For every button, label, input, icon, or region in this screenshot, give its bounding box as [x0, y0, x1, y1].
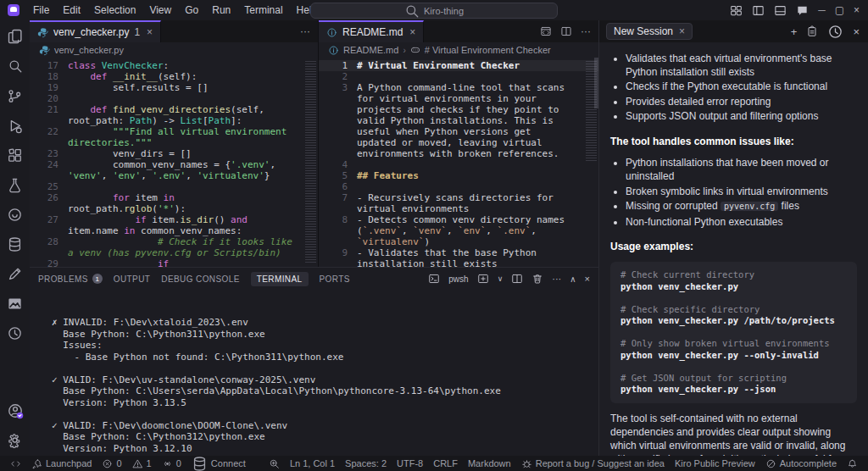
bullet-item: Supports JSON output and filtering optio… — [626, 109, 857, 123]
statusbar-label: 1 — [147, 458, 152, 468]
statusbar-item-launchpad[interactable]: Launchpad — [26, 456, 97, 471]
menu-edit[interactable]: Edit — [56, 0, 87, 20]
code-editor-python[interactable]: 17class VenvChecker:18 def __init__(self… — [30, 58, 318, 267]
extensions-icon[interactable] — [6, 146, 25, 164]
tab-new-session[interactable]: New Session × — [606, 23, 693, 40]
close-tab-icon[interactable]: × — [409, 26, 415, 38]
statusbar-item-connect[interactable]: Connect — [186, 456, 251, 471]
statusbar-item[interactable] — [5, 456, 26, 471]
scrollbar[interactable] — [594, 58, 598, 108]
code-line: 8- Detects common venv directory names (… — [319, 214, 598, 247]
chevron-down-icon[interactable]: ∨ — [498, 274, 504, 283]
menu-run[interactable]: Run — [205, 0, 237, 20]
code-editor-readme[interactable]: 1# Virtual Environment Checker23A Python… — [319, 58, 598, 267]
statusbar-item-autocomplete[interactable]: Autocomplete — [760, 456, 842, 471]
markdown-preview-icon[interactable] — [540, 25, 552, 37]
media-icon[interactable] — [6, 294, 25, 313]
run-debug-icon[interactable] — [6, 116, 25, 135]
more-actions-icon[interactable]: ··· — [581, 25, 591, 37]
trash-icon[interactable] — [531, 273, 543, 285]
source-control-icon[interactable] — [6, 86, 25, 105]
statusbar-label: Report a bug / Suggest an idea — [536, 458, 665, 468]
statusbar-item-ln-1-col-1[interactable]: Ln 1, Col 1 — [285, 456, 340, 471]
explorer-icon[interactable] — [6, 27, 25, 46]
terminal-line — [52, 408, 598, 420]
statusbar-item-markdown[interactable]: Markdown — [463, 456, 516, 471]
code-block-line: python venv_checker.py /path/to/projects — [620, 315, 847, 327]
account-icon[interactable] — [6, 402, 25, 420]
statusbar-item-0[interactable]: 0 — [157, 456, 186, 471]
editor-pane-readme: README.md × ··· README.md › # Virtual En… — [319, 20, 598, 267]
menu-go[interactable]: Go — [178, 0, 205, 20]
statusbar-item[interactable] — [842, 456, 863, 471]
tab-readme[interactable]: README.md × — [319, 20, 424, 42]
new-session-icon[interactable]: + — [791, 25, 798, 38]
code-line: 4 — [319, 159, 598, 170]
menu-terminal[interactable]: Terminal — [237, 0, 289, 20]
customize-layout-icon[interactable] — [730, 4, 743, 17]
chat-icon[interactable] — [6, 205, 25, 224]
code-line: 5## Features — [319, 170, 598, 181]
statusbar-item-report-a-bug-suggest-an-idea[interactable]: Report a bug / Suggest an idea — [516, 456, 670, 471]
statusbar-item-1[interactable]: 1 — [127, 456, 157, 471]
line-number: 7 — [319, 192, 357, 214]
statusbar-item[interactable] — [264, 456, 285, 471]
toggle-sidebar-icon[interactable] — [752, 4, 765, 17]
new-terminal-icon[interactable] — [477, 273, 489, 285]
maximize-button[interactable]: ▢ — [835, 4, 844, 16]
code-block[interactable]: # Check current directorypython venv_che… — [610, 262, 857, 403]
toggle-panel-icon[interactable] — [774, 4, 787, 17]
line-number: 1 — [319, 60, 357, 71]
terminal-line: ✓ VALID: F:\Dev\doomclone\DOOM-Clone\.ve… — [52, 420, 598, 432]
more-actions-icon[interactable]: ··· — [552, 274, 561, 284]
database-icon[interactable] — [6, 235, 25, 253]
maximize-panel-icon[interactable]: ∧ — [570, 274, 576, 284]
menu-view[interactable]: View — [142, 0, 178, 20]
close-panel-icon[interactable]: × — [585, 274, 590, 284]
panel-tab-debug-console[interactable]: DEBUG CONSOLE — [161, 274, 239, 284]
menu-file[interactable]: File — [26, 0, 56, 20]
split-editor-icon[interactable] — [560, 25, 572, 37]
zoom-in-icon — [269, 458, 280, 469]
history-icon[interactable] — [827, 24, 843, 40]
terminal-output[interactable]: ✗ INVALID: F:\Dev\xtaloid_2023\.env Base… — [30, 290, 598, 456]
chat-bubble-icon[interactable] — [796, 4, 809, 17]
statusbar-item-utf-8[interactable]: UTF-8 — [392, 456, 428, 471]
search-icon[interactable] — [6, 57, 25, 75]
close-tab-icon[interactable]: × — [147, 26, 153, 38]
menu-selection[interactable]: Selection — [87, 0, 142, 20]
settings-gear-icon[interactable] — [6, 430, 25, 449]
more-actions-icon[interactable]: ··· — [300, 25, 310, 37]
panel-tab-ports[interactable]: PORTS — [320, 274, 350, 284]
terminal-profile-label[interactable]: pwsh — [448, 274, 468, 284]
close-window-button[interactable]: × — [854, 4, 860, 16]
panel-terminal: PROBLEMS1OUTPUTDEBUG CONSOLETERMINALPORT… — [30, 267, 598, 456]
line-number: 20 — [30, 93, 68, 104]
menu-bar: FileEditSelectionViewGoRunTerminalHelp — [26, 0, 324, 20]
title-bar: FileEditSelectionViewGoRunTerminalHelp ←… — [0, 0, 868, 20]
minimize-button[interactable]: ─ — [818, 4, 826, 16]
statusbar-label: Kiro Public Preview — [675, 458, 755, 468]
command-center-search[interactable]: Kiro-thing — [310, 3, 558, 19]
testing-icon[interactable] — [6, 175, 25, 194]
breadcrumb[interactable]: venv_checker.py — [30, 42, 318, 58]
pen-icon[interactable] — [6, 264, 25, 283]
history-icon[interactable] — [6, 324, 25, 342]
panel-tab-problems[interactable]: PROBLEMS1 — [38, 274, 103, 284]
code-block-line: python venv_checker.py --only-invalid — [620, 350, 847, 362]
close-tab-icon[interactable]: × — [679, 25, 685, 37]
statusbar-item-0[interactable]: 0 — [97, 456, 126, 471]
tab-venv-checker[interactable]: venv_checker.py 1 × — [30, 20, 161, 42]
statusbar-item-spaces-2[interactable]: Spaces: 2 — [340, 456, 392, 471]
breadcrumb[interactable]: README.md › # Virtual Environment Checke… — [319, 42, 598, 58]
task-list-icon[interactable] — [806, 25, 818, 37]
kiro-logo-icon[interactable] — [8, 4, 19, 16]
split-terminal-icon[interactable] — [511, 273, 523, 285]
panel-tab-terminal[interactable]: TERMINAL — [251, 272, 309, 286]
minimap[interactable] — [305, 61, 316, 263]
statusbar-item-kiro-public-preview[interactable]: Kiro Public Preview — [670, 456, 760, 471]
close-panel-icon[interactable]: × — [853, 25, 860, 38]
statusbar-item-crlf[interactable]: CRLF — [428, 456, 463, 471]
panel-tab-output[interactable]: OUTPUT — [114, 274, 151, 284]
editor-pane-python: venv_checker.py 1 × ··· venv_checker.py … — [30, 20, 319, 267]
